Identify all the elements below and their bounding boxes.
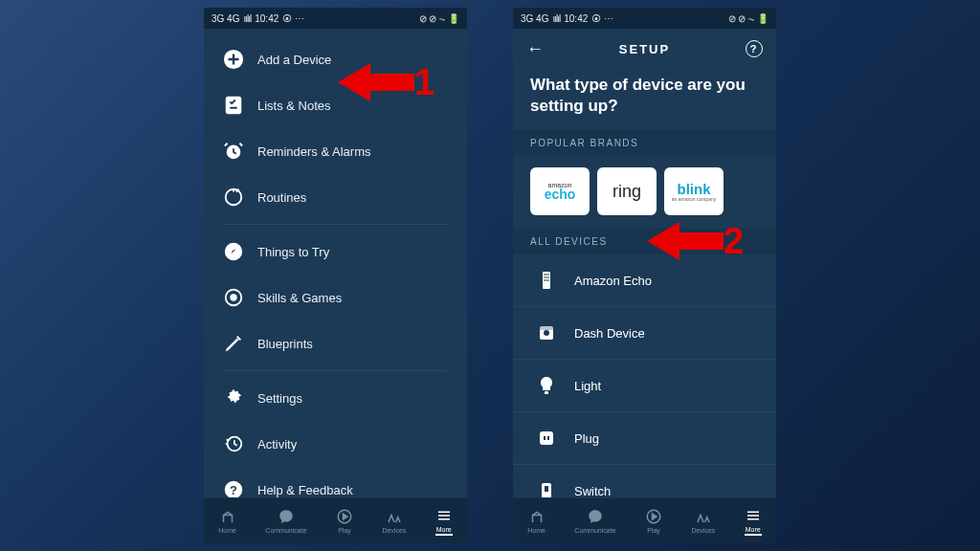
tab-home[interactable]: Home [218,508,236,534]
status-bar: 3G 4G ıılıl 10:42 ⦿ ⋯ ⊘ ⊘ ⏦ 🔋 [204,8,467,29]
checklist-icon [223,95,244,116]
phone-left-more-screen: 3G 4G ıılıl 10:42 ⦿ ⋯ ⊘ ⊘ ⏦ 🔋 Add a Devi… [204,8,467,543]
device-item-label: Amazon Echo [574,274,652,288]
svg-rect-23 [547,436,549,440]
tab-play[interactable]: Play [336,508,353,534]
compass-icon [223,241,244,262]
menu-item-skills[interactable]: Skills & Games [204,275,467,320]
home-icon [528,508,546,525]
divider [223,370,448,371]
devices-icon [695,508,712,525]
device-item-light[interactable]: Light [513,360,776,412]
svg-point-18 [544,330,549,336]
back-button[interactable]: ← [526,39,546,59]
bulb-icon [534,373,559,398]
device-item-label: Plug [574,431,599,446]
play-icon [645,508,662,525]
signal-icon: ıılıl [243,13,251,24]
chat-icon [278,508,295,525]
target-icon [223,287,244,308]
home-icon [219,508,236,525]
status-extra: ⦿ ⋯ [591,13,613,24]
setup-header: ← SETUP ? [513,29,776,69]
device-item-amazon-echo[interactable]: Amazon Echo [513,254,776,307]
svg-rect-25 [545,486,548,492]
menu-item-label: Lists & Notes [257,99,331,113]
gear-icon [223,387,244,408]
tab-devices[interactable]: Devices [382,508,406,534]
chat-icon [587,508,604,525]
more-icon [435,507,453,524]
header-title: SETUP [619,42,670,56]
dash-icon [534,320,559,345]
menu-item-blueprints[interactable]: Blueprints [204,320,467,366]
svg-rect-21 [540,431,553,445]
menu-item-help[interactable]: ? Help & Feedback [204,467,467,497]
device-item-switch[interactable]: Switch [513,465,776,497]
tab-communicate[interactable]: Communicate [265,508,306,534]
more-menu-list: Add a Device Lists & Notes Reminders & A… [204,29,467,497]
help-button[interactable]: ? [746,40,763,57]
status-right-icons: ⊘ ⊘ ⏦ 🔋 [419,13,459,24]
svg-rect-1 [227,98,241,114]
menu-item-label: Help & Feedback [257,483,353,497]
routines-icon [223,187,244,208]
svg-rect-22 [544,436,546,440]
divider [223,224,448,225]
device-item-label: Switch [574,484,611,497]
setup-question: What type of device are you setting up? [513,69,776,130]
alarm-icon [223,141,244,162]
menu-item-label: Skills & Games [257,291,342,305]
menu-item-settings[interactable]: Settings [204,375,467,421]
brand-ring[interactable]: ring [597,167,657,215]
device-item-plug[interactable]: Plug [513,412,776,465]
svg-point-6 [231,295,236,300]
status-extra: ⦿ ⋯ [282,13,304,24]
tab-more[interactable]: More [435,507,453,536]
status-right-icons: ⊘ ⊘ ⏦ 🔋 [728,13,768,24]
menu-item-lists[interactable]: Lists & Notes [204,82,467,128]
tab-more[interactable]: More [745,507,762,536]
network-label: 3G 4G [212,13,239,24]
clock: 10:42 [564,13,588,24]
popular-brands-row: amazon echo ring blink an amazon company [513,156,776,229]
tab-communicate[interactable]: Communicate [574,508,615,534]
section-popular-brands: POPULAR BRANDS [513,130,776,156]
menu-item-label: Routines [257,190,306,205]
bottom-tab-bar: Home Communicate Play Devices More [204,497,467,543]
menu-item-add-device[interactable]: Add a Device [204,36,467,82]
brand-blink[interactable]: blink an amazon company [664,167,724,215]
switch-icon [534,478,559,497]
device-item-label: Light [574,379,601,393]
menu-item-label: Reminders & Alarms [257,144,370,159]
menu-item-routines[interactable]: Routines [204,174,467,220]
tab-play[interactable]: Play [645,508,662,534]
devices-icon [386,508,403,525]
echo-device-icon [534,268,559,293]
clock: 10:42 [255,13,278,24]
pencil-icon [223,333,244,354]
menu-item-label: Activity [257,437,297,452]
menu-item-things[interactable]: Things to Try [204,229,467,275]
svg-rect-20 [545,391,548,394]
play-icon [336,508,353,525]
menu-item-reminders[interactable]: Reminders & Alarms [204,128,467,174]
plug-icon [534,426,559,451]
history-icon [223,433,244,454]
network-label: 3G 4G [521,13,548,24]
menu-item-label: Add a Device [257,53,331,67]
svg-text:?: ? [230,483,237,497]
device-item-dash[interactable]: Dash Device [513,307,776,360]
tab-home[interactable]: Home [527,508,546,534]
status-bar: 3G 4G ıılıl 10:42 ⦿ ⋯ ⊘ ⊘ ⏦ 🔋 [513,8,776,29]
menu-item-activity[interactable]: Activity [204,421,467,467]
device-item-label: Dash Device [574,326,645,341]
menu-item-label: Things to Try [257,245,329,259]
tab-devices[interactable]: Devices [691,508,715,534]
menu-item-label: Settings [257,391,302,406]
bottom-tab-bar: Home Communicate Play Devices More [513,497,776,543]
more-icon [745,507,762,524]
help-icon: ? [223,479,244,497]
brand-amazon-echo[interactable]: amazon echo [530,167,590,215]
phone-right-setup-screen: 3G 4G ıılıl 10:42 ⦿ ⋯ ⊘ ⊘ ⏦ 🔋 ← SETUP ? … [513,8,776,543]
